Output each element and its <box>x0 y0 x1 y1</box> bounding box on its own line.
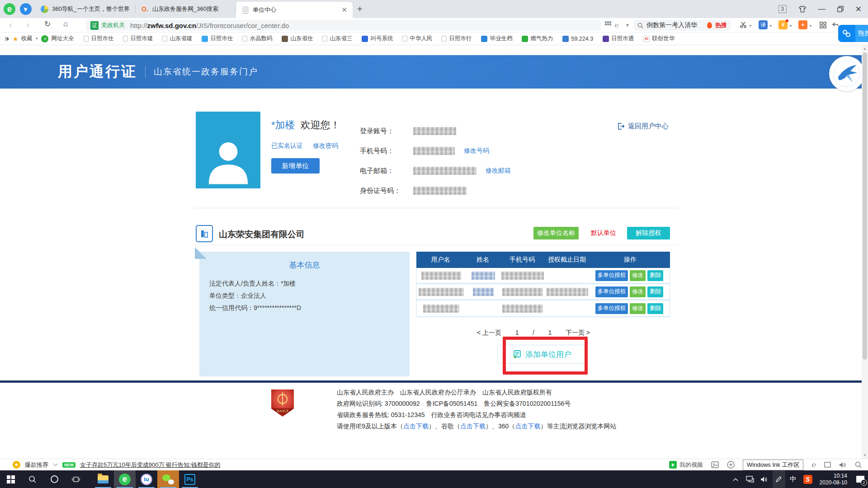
home-icon[interactable]: ⌂ <box>63 19 68 28</box>
download-link[interactable]: 点击下载 <box>403 422 429 430</box>
volume-icon[interactable] <box>758 470 771 488</box>
netdisk-drag-widget[interactable]: 拖拽 <box>838 25 868 42</box>
bookmark-item[interactable]: 水晶数码 <box>242 35 272 42</box>
zoom-search-icon[interactable] <box>855 461 862 468</box>
360-browser-button[interactable]: e <box>114 470 136 488</box>
add-unit-user-button[interactable]: 添加单位用户 <box>497 345 587 364</box>
tab-count-badge[interactable]: 3 <box>778 5 787 13</box>
bookmark-item[interactable]: IC联创世华 <box>643 35 675 42</box>
news-headline-link[interactable]: 女子存款5万元10年后变成900万 银行告知:钱都是你的 <box>80 461 221 469</box>
wallet-icon[interactable]: ¥ <box>778 20 788 29</box>
scrollbar-thumb[interactable] <box>863 52 867 360</box>
favorites-chevron-icon[interactable]: ▼ <box>35 37 39 41</box>
revoke-auth-button[interactable]: 解除授权 <box>627 227 670 239</box>
action-center-button[interactable]: 2 <box>853 470 868 488</box>
rename-company-button[interactable]: 修改单位名称 <box>533 227 579 239</box>
translate-icon[interactable]: 译 <box>759 20 768 29</box>
restore-button[interactable] <box>837 6 844 12</box>
tab-unit-center[interactable]: 单位中心 ✕ <box>236 2 353 18</box>
download-link[interactable]: 点击下载 <box>460 422 486 430</box>
extensions-grid-icon[interactable] <box>818 20 827 29</box>
row-action-button[interactable]: 多单位授权 <box>595 270 628 281</box>
download-link[interactable]: 点击下载 <box>515 422 540 430</box>
row-action-button[interactable]: 多单位授权 <box>595 303 628 314</box>
browser-360-logo-icon[interactable]: e <box>4 3 15 15</box>
layout-grid-icon[interactable] <box>605 21 611 28</box>
scroll-down-icon[interactable]: ▼ <box>863 453 867 457</box>
back-to-user-center-link[interactable]: 返回用户中心 <box>617 122 669 131</box>
bookmark-item[interactable]: 山东省建 <box>162 35 192 42</box>
url-field[interactable]: 证 党政机关 http://zwfw.sd.gov.cn/JIS/frontco… <box>86 20 601 31</box>
game-center-icon[interactable]: + <box>798 20 807 29</box>
nav-plane-icon[interactable] <box>20 3 32 15</box>
sogou-icon[interactable]: S <box>802 470 814 488</box>
network-icon[interactable] <box>744 470 756 488</box>
field-edit-link[interactable]: 修改号码 <box>464 147 489 155</box>
bookmark-item[interactable]: 山东省三 <box>322 35 352 42</box>
bookmark-item[interactable]: 毕业生档 <box>481 35 512 42</box>
image-icon[interactable] <box>711 461 719 468</box>
collapse-chevron-icon[interactable] <box>53 463 58 467</box>
bookmarks-home-label[interactable]: 网址大全 <box>51 35 74 42</box>
close-button[interactable]: ✕ <box>855 5 862 14</box>
photoshop-button[interactable]: Ps <box>179 470 201 488</box>
bookmark-item[interactable]: 山东省住 <box>282 35 313 42</box>
wechat-button[interactable] <box>157 470 179 488</box>
row-action-button[interactable]: 删除 <box>647 270 663 281</box>
verified-link[interactable]: 已实名认证 <box>271 142 303 150</box>
scroll-up-icon[interactable]: ▲ <box>863 47 867 51</box>
dock-window-icon[interactable] <box>824 462 831 468</box>
new-tab-button[interactable]: + <box>357 4 363 14</box>
speaker-icon[interactable] <box>839 462 847 468</box>
expand-sidebar-icon[interactable] <box>5 36 10 42</box>
bookmark-item[interactable]: 日照市行 <box>442 35 472 42</box>
prev-page-link[interactable]: < 上一页 <box>477 329 501 337</box>
tab-search-result[interactable]: O. 山东政务服务网_360搜索 <box>136 0 236 18</box>
bookmark-item[interactable]: 叫号系统 <box>362 35 393 42</box>
taskbar-search-button[interactable] <box>22 470 43 488</box>
row-action-button[interactable]: 删除 <box>647 286 663 297</box>
row-action-button[interactable]: 多单位授权 <box>595 286 628 297</box>
favorites-label[interactable]: 收藏 <box>21 35 33 42</box>
row-action-button[interactable]: 修改 <box>630 286 646 297</box>
iu-app-button[interactable]: iu <box>136 470 157 488</box>
bookmark-item[interactable]: 中华人民 <box>402 35 432 42</box>
bookmark-item[interactable]: 日照市住 <box>84 35 113 42</box>
start-button[interactable] <box>0 470 22 488</box>
add-org-button[interactable]: 新增单位 <box>271 158 320 174</box>
back-icon[interactable]: ‹ <box>9 19 12 30</box>
minimize-button[interactable]: — <box>818 5 826 13</box>
field-edit-link[interactable]: 修改邮箱 <box>486 167 511 175</box>
tray-expand-icon[interactable] <box>729 470 742 488</box>
bookmark-item[interactable]: 燃气热力 <box>522 35 553 42</box>
row-action-button[interactable]: 修改 <box>630 270 646 281</box>
row-action-button[interactable]: 删除 <box>647 303 663 314</box>
ime-indicator[interactable]: 中 <box>787 470 800 488</box>
file-explorer-button[interactable] <box>92 470 114 488</box>
next-page-link[interactable]: 下一页 > <box>566 329 590 337</box>
hot-search-label[interactable]: 热搜 <box>715 21 727 29</box>
taskbar-clock[interactable]: 10:14 2020-08-10 <box>816 473 851 486</box>
tab-360-nav[interactable]: 360导航_一个主页，整个世界 <box>35 0 136 18</box>
add-circle-icon[interactable] <box>727 461 735 469</box>
search-box[interactable]: 倒数第一考入清华 热搜 <box>634 20 731 31</box>
screenshot-scissors-icon[interactable] <box>739 20 748 29</box>
browser-e-icon[interactable]: ℮ <box>615 21 619 29</box>
chevron-down-icon[interactable]: ▼ <box>625 23 630 28</box>
page-scrollbar[interactable]: ▲ ▼ <box>862 45 868 459</box>
windows-ink-pen-icon[interactable] <box>773 470 785 488</box>
bookmark-item[interactable]: 日照市住 <box>202 35 233 42</box>
bookmark-item[interactable]: 日照市建 <box>123 35 153 42</box>
task-view-button[interactable] <box>65 470 87 488</box>
theme-shirt-icon[interactable] <box>798 5 807 13</box>
refresh-icon[interactable]: ↻ <box>44 19 51 29</box>
browser-e-status-icon[interactable]: ℮ <box>811 461 816 469</box>
my-video-button[interactable]: 我的视频 <box>669 461 703 469</box>
default-company-button[interactable]: 默认单位 <box>586 227 621 239</box>
bookmark-item[interactable]: 日照市通 <box>603 35 634 42</box>
cortana-button[interactable] <box>43 470 65 488</box>
bookmark-item[interactable]: 59.224.3 <box>562 36 593 42</box>
change-password-link[interactable]: 修改密码 <box>313 142 338 150</box>
promo-label[interactable]: 爆款推荐 <box>25 461 48 469</box>
row-action-button[interactable]: 修改 <box>630 303 646 314</box>
